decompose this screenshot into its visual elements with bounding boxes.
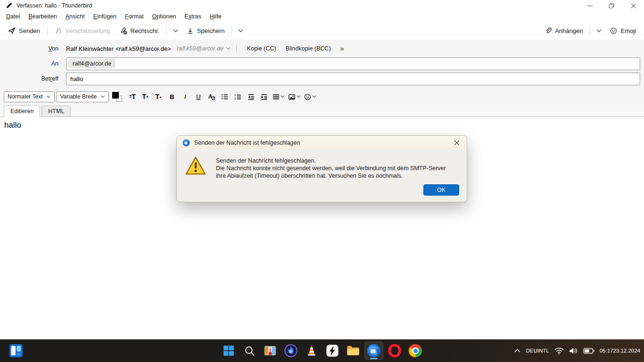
- chevron-down-icon: [100, 95, 105, 98]
- window-title: Verfassen: hallo - Thunderbird: [17, 2, 92, 9]
- volume-icon[interactable]: [569, 347, 578, 354]
- subject-row: Betreff: [0, 72, 640, 85]
- battery-icon[interactable]: [583, 348, 594, 354]
- vlc-icon: [305, 344, 319, 358]
- file-explorer-icon: [346, 344, 360, 358]
- from-row: Von Ralf Kleinwächter <ralf.k59@arcor.de…: [0, 42, 640, 55]
- taskbar-flame-app-button[interactable]: [281, 341, 300, 360]
- message-body-text: hallo: [4, 121, 21, 130]
- window-controls: [579, 0, 644, 11]
- chevron-down-icon: [46, 95, 51, 98]
- indent-icon: [261, 93, 268, 100]
- remove-formatting-icon: A: [208, 93, 215, 100]
- save-icon: [187, 27, 194, 34]
- window-titlebar: Verfassen: hallo - Thunderbird: [0, 0, 644, 11]
- indent-button[interactable]: [258, 91, 270, 103]
- taskbar-chrome-button[interactable]: [406, 341, 425, 360]
- menu-hilfe[interactable]: Hilfe: [206, 12, 226, 21]
- menu-ansicht[interactable]: Ansicht: [61, 12, 89, 21]
- save-dropdown-button[interactable]: [235, 27, 247, 35]
- menu-optionen[interactable]: Optionen: [148, 12, 181, 21]
- paragraph-format-select[interactable]: Normaler Text: [4, 91, 55, 102]
- insert-smiley-dropdown[interactable]: [303, 91, 317, 103]
- subject-label: Betreff: [0, 75, 66, 82]
- underline-button[interactable]: U: [192, 91, 204, 103]
- insert-image-dropdown[interactable]: [287, 91, 302, 103]
- wifi-icon[interactable]: [554, 347, 564, 354]
- taskbar-temperature-monitor-button[interactable]: [261, 341, 280, 360]
- spellcheck-dropdown-button[interactable]: [170, 27, 182, 35]
- tab-editieren[interactable]: Editieren: [4, 105, 40, 117]
- taskbar-start-button[interactable]: [219, 341, 238, 360]
- tab-html[interactable]: HTML: [41, 106, 71, 116]
- emoji-button[interactable]: Emoji: [606, 25, 640, 37]
- thunderbird-icon: [182, 139, 190, 147]
- taskbar-opera-button[interactable]: [385, 341, 404, 360]
- menu-extras[interactable]: Extras: [180, 12, 205, 21]
- encryption-button[interactable]: Verschlüsselung: [50, 25, 115, 37]
- font-size-button[interactable]: TT: [126, 91, 138, 103]
- to-input[interactable]: ralf4@arcor.de: [66, 58, 640, 70]
- decrease-font-size-button[interactable]: T▼: [140, 91, 151, 103]
- attach-button[interactable]: Anhängen: [540, 25, 587, 37]
- attach-dropdown-button[interactable]: [593, 27, 605, 35]
- close-button[interactable]: [622, 0, 644, 11]
- taskbar-file-explorer-button[interactable]: [344, 341, 363, 360]
- dialog-actions: OK: [423, 184, 459, 196]
- chevron-down-icon: [281, 95, 285, 98]
- send-button[interactable]: Senden: [4, 25, 44, 37]
- toolbar-separator: [231, 26, 232, 35]
- formatting-toolbar: Normaler Text Variable Breite TT T▼ T▲ B…: [0, 90, 644, 104]
- taskbar-winamp-button[interactable]: [323, 341, 342, 360]
- menu-datei[interactable]: Datei: [2, 12, 24, 21]
- minimize-button[interactable]: [579, 0, 601, 11]
- image-icon: [288, 93, 296, 100]
- text-color-picker[interactable]: [112, 92, 122, 102]
- taskbar-thunderbird-button[interactable]: [364, 341, 383, 360]
- remove-formatting-button[interactable]: A: [206, 91, 217, 103]
- chrome-icon: [409, 344, 422, 357]
- message-headers: Von Ralf Kleinwächter <ralf.k59@arcor.de…: [0, 40, 644, 90]
- thunderbird-icon: [367, 344, 381, 358]
- alignment-dropdown[interactable]: [272, 91, 286, 103]
- svg-text:2: 2: [234, 97, 236, 100]
- spellcheck-icon: [120, 27, 127, 34]
- cc-button[interactable]: Kopie (CC): [242, 43, 281, 54]
- menu-bar: Datei Bearbeiten Ansicht Einfügen Format…: [0, 11, 644, 22]
- more-recipients-button[interactable]: »: [336, 43, 349, 54]
- italic-button[interactable]: I: [179, 91, 191, 103]
- chevron-down-icon: [238, 29, 243, 33]
- ok-button[interactable]: OK: [423, 184, 459, 196]
- taskbar-search-button[interactable]: [240, 341, 259, 360]
- tray-date: 23.12.2024: [613, 347, 640, 354]
- taskbar: DEU INTL 05:17 23.12.2024: [0, 339, 644, 362]
- menu-bearbeiten[interactable]: Bearbeiten: [24, 12, 61, 21]
- save-button[interactable]: Speichern: [182, 25, 229, 37]
- font-select[interactable]: Variable Breite: [56, 91, 109, 102]
- language-indicator[interactable]: DEU INTL: [526, 348, 549, 354]
- compose-pencil-icon: [6, 2, 12, 9]
- numbered-list-button[interactable]: 12: [232, 91, 244, 103]
- outdent-button[interactable]: [245, 91, 257, 103]
- clock[interactable]: 05:17 23.12.2024: [600, 347, 640, 354]
- bcc-button[interactable]: Blindkopie (BCC): [281, 43, 336, 54]
- menu-einfuegen[interactable]: Einfügen: [89, 12, 121, 21]
- identity-dropdown[interactable]: ralf.k59@arcor.de: [177, 45, 231, 52]
- tray-overflow-chevron[interactable]: [514, 349, 520, 353]
- from-label: Von: [0, 45, 66, 52]
- increase-font-size-button[interactable]: T▲: [153, 91, 165, 103]
- opera-icon: [388, 344, 401, 357]
- subject-input[interactable]: [66, 73, 640, 85]
- restore-button[interactable]: [601, 0, 622, 11]
- menu-format[interactable]: Format: [121, 12, 148, 21]
- recipient-pill[interactable]: ralf4@arcor.de: [68, 59, 116, 68]
- to-label: An: [0, 60, 66, 67]
- bold-button[interactable]: B: [166, 91, 178, 103]
- bullet-list-button[interactable]: [219, 91, 231, 103]
- taskbar-vlc-button[interactable]: [302, 341, 321, 360]
- taskbar-widgets-button[interactable]: [7, 341, 25, 360]
- dialog-close-button[interactable]: [450, 137, 464, 149]
- encryption-lock-icon: [55, 27, 62, 34]
- svg-text:1: 1: [234, 93, 236, 97]
- spellcheck-button[interactable]: Rechtschr.: [116, 25, 164, 37]
